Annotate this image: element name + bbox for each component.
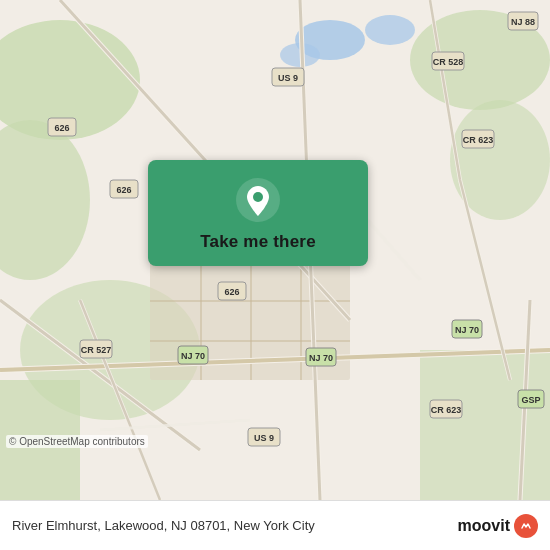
svg-text:626: 626: [224, 287, 239, 297]
svg-text:NJ 70: NJ 70: [181, 351, 205, 361]
svg-text:NJ 70: NJ 70: [455, 325, 479, 335]
svg-text:CR 623: CR 623: [431, 405, 462, 415]
svg-text:US 9: US 9: [278, 73, 298, 83]
svg-text:GSP: GSP: [521, 395, 540, 405]
take-me-there-label: Take me there: [200, 232, 316, 252]
svg-text:US 9: US 9: [254, 433, 274, 443]
take-me-there-card[interactable]: Take me there: [148, 160, 368, 266]
svg-text:CR 528: CR 528: [433, 57, 464, 67]
moovit-logo-text: moovit: [458, 517, 510, 535]
copyright-notice: © OpenStreetMap contributors: [6, 435, 148, 448]
svg-text:NJ 70: NJ 70: [309, 353, 333, 363]
svg-text:626: 626: [54, 123, 69, 133]
svg-text:CR 623: CR 623: [463, 135, 494, 145]
svg-text:NJ 88: NJ 88: [511, 17, 535, 27]
svg-rect-5: [420, 350, 550, 500]
svg-text:626: 626: [116, 185, 131, 195]
moovit-logo-icon: [514, 514, 538, 538]
moovit-logo: moovit: [458, 514, 538, 538]
svg-point-65: [253, 192, 263, 202]
svg-text:CR 527: CR 527: [81, 345, 112, 355]
location-text: River Elmhurst, Lakewood, NJ 08701, New …: [12, 518, 458, 533]
svg-rect-16: [150, 340, 350, 342]
svg-point-10: [365, 15, 415, 45]
location-pin-icon: [236, 178, 280, 222]
svg-rect-15: [150, 300, 350, 302]
bottom-bar: River Elmhurst, Lakewood, NJ 08701, New …: [0, 500, 550, 550]
map-container: 626 626 US 9 NJ 88 CR 528 CR 623 NJ 70 N…: [0, 0, 550, 500]
